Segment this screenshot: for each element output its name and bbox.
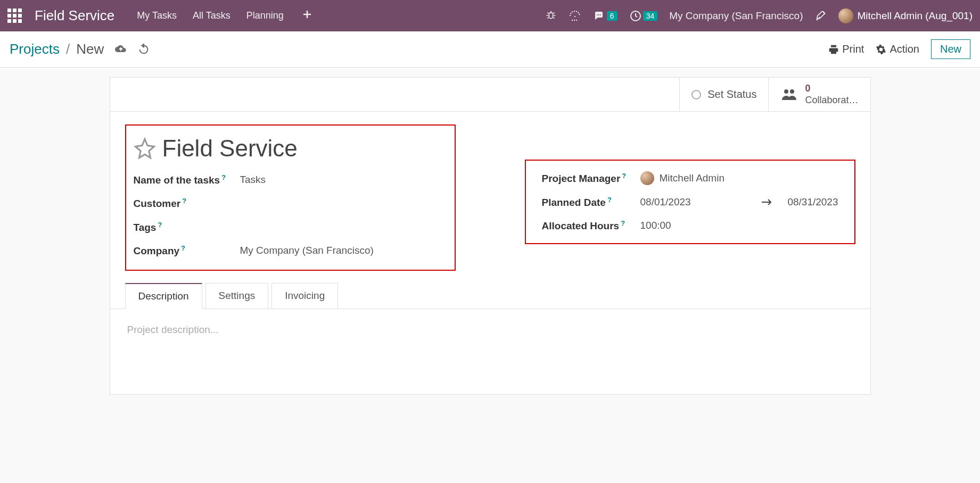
date-end[interactable]: 08/31/2023: [787, 196, 838, 208]
svg-point-4: [784, 89, 788, 94]
left-fields-highlight: Field Service Name of the tasks? Tasks C…: [125, 124, 456, 271]
hours-value[interactable]: 100:00: [640, 220, 838, 231]
status-radio-icon: [691, 90, 701, 99]
user-name: Mitchell Admin (Aug_001): [858, 10, 973, 22]
field-project-manager: Project Manager? Mitchell Admin: [542, 171, 838, 185]
field-allocated-hours: Allocated Hours? 100:00: [542, 219, 838, 232]
pm-label: Project Manager?: [542, 172, 640, 185]
collaborators-icon: [780, 87, 798, 102]
svg-point-0: [597, 14, 598, 15]
tags-label: Tags?: [134, 221, 240, 234]
activity-icon[interactable]: 34: [629, 10, 658, 22]
nav-left: Field Service My Tasks All Tasks Plannin…: [7, 7, 315, 24]
nav-all-tasks[interactable]: All Tasks: [193, 10, 230, 21]
collab-label: Collaborat…: [805, 95, 858, 106]
breadcrumb-sep: /: [66, 41, 70, 57]
breadcrumb-projects[interactable]: Projects: [10, 41, 60, 57]
help-icon[interactable]: ?: [181, 244, 185, 252]
new-button[interactable]: New: [931, 39, 970, 59]
breadcrumb-bar: Projects / New Print Action New: [0, 31, 980, 68]
help-icon[interactable]: ?: [158, 221, 162, 229]
help-icon[interactable]: ?: [621, 219, 625, 227]
top-navbar: Field Service My Tasks All Tasks Plannin…: [0, 0, 980, 31]
tab-settings[interactable]: Settings: [205, 283, 269, 309]
field-company: Company? My Company (San Francisco): [134, 244, 447, 257]
print-button[interactable]: Print: [828, 43, 864, 55]
customer-label: Customer?: [134, 197, 240, 210]
arrow-right-icon: [761, 198, 772, 206]
set-status-button[interactable]: Set Status: [679, 78, 768, 111]
nav-my-tasks[interactable]: My Tasks: [137, 10, 177, 21]
project-title[interactable]: Field Service: [162, 135, 298, 162]
field-customer: Customer?: [134, 197, 447, 210]
star-icon[interactable]: [134, 137, 156, 160]
description-placeholder: Project description...: [127, 324, 219, 335]
date-start[interactable]: 08/01/2023: [640, 196, 691, 208]
app-brand[interactable]: Field Service: [35, 7, 114, 24]
form-body: Field Service Name of the tasks? Tasks C…: [110, 112, 870, 275]
status-bar: Set Status 0 Collaborat…: [110, 78, 870, 112]
right-fields-highlight: Project Manager? Mitchell Admin Planned …: [525, 160, 855, 244]
nav-menu: My Tasks All Tasks Planning: [137, 10, 314, 21]
avatar: [640, 171, 654, 185]
breadcrumb: Projects / New: [10, 41, 150, 57]
avatar: [838, 9, 853, 23]
print-label: Print: [842, 43, 864, 55]
tab-invoicing[interactable]: Invoicing: [271, 283, 338, 309]
tab-description[interactable]: Description: [125, 283, 202, 309]
discard-icon[interactable]: [138, 44, 150, 55]
company-value[interactable]: My Company (San Francisco): [240, 245, 447, 256]
breadcrumb-current: New: [76, 41, 104, 57]
toolbar: Print Action New: [828, 39, 970, 59]
help-icon[interactable]: ?: [607, 196, 612, 204]
collab-count: 0: [805, 83, 858, 95]
form-wrapper: Set Status 0 Collaborat… Field S: [0, 68, 980, 404]
nav-right: 6 34 My Company (San Francisco) Mitchell…: [545, 9, 973, 23]
svg-point-2: [600, 14, 601, 15]
help-icon[interactable]: ?: [622, 172, 626, 180]
pm-value[interactable]: Mitchell Admin: [640, 171, 838, 185]
apps-icon[interactable]: [7, 9, 22, 23]
collaborators-button[interactable]: 0 Collaborat…: [768, 78, 870, 111]
field-planned-date: Planned Date? 08/01/2023 08/31/2023: [542, 196, 838, 209]
tab-content-description[interactable]: Project description...: [110, 309, 870, 394]
field-tags: Tags?: [134, 221, 447, 234]
user-menu[interactable]: Mitchell Admin (Aug_001): [838, 9, 973, 23]
title-row: Field Service: [134, 135, 447, 162]
set-status-label: Set Status: [707, 88, 756, 101]
timer-icon[interactable]: [569, 10, 581, 22]
bug-icon[interactable]: [545, 10, 557, 22]
cloud-save-icon[interactable]: [114, 44, 127, 55]
collab-text: 0 Collaborat…: [805, 83, 858, 106]
date-label: Planned Date?: [542, 196, 640, 209]
date-value[interactable]: 08/01/2023 08/31/2023: [640, 196, 838, 208]
action-button[interactable]: Action: [876, 43, 919, 55]
nav-planning[interactable]: Planning: [246, 10, 284, 21]
form-sheet: Set Status 0 Collaborat… Field S: [110, 77, 871, 395]
tools-icon[interactable]: [815, 10, 827, 22]
help-icon[interactable]: ?: [182, 197, 186, 205]
field-name-of-tasks: Name of the tasks? Tasks: [134, 173, 447, 186]
svg-point-5: [790, 89, 794, 94]
hours-label: Allocated Hours?: [542, 219, 640, 232]
action-label: Action: [890, 43, 919, 55]
help-icon[interactable]: ?: [221, 173, 226, 181]
chat-icon[interactable]: 6: [593, 10, 617, 22]
name-of-tasks-value[interactable]: Tasks: [240, 174, 447, 186]
right-column: Project Manager? Mitchell Admin Planned …: [525, 124, 855, 244]
company-label: Company?: [134, 244, 240, 257]
activity-badge: 34: [643, 11, 658, 21]
nav-new-icon[interactable]: [300, 10, 315, 21]
company-selector[interactable]: My Company (San Francisco): [669, 10, 803, 22]
tabs: Description Settings Invoicing: [110, 282, 870, 309]
name-of-tasks-label: Name of the tasks?: [134, 173, 240, 186]
chat-badge: 6: [607, 11, 617, 21]
svg-point-1: [598, 14, 599, 15]
